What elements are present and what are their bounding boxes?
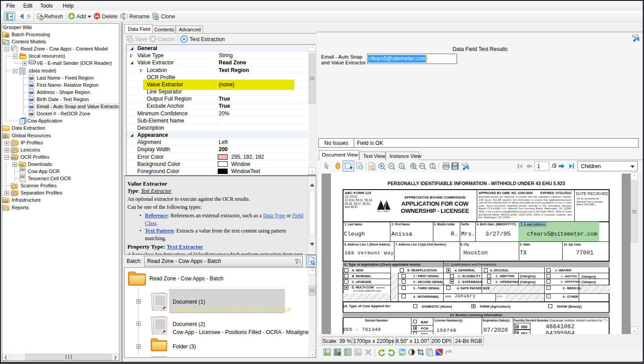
svg-text:ABC: ABC bbox=[20, 164, 24, 166]
svg-text:ABC COMPANY: ABC COMPANY bbox=[378, 211, 390, 212]
svg-text:ABC: ABC bbox=[12, 157, 16, 159]
svg-text:1: 1 bbox=[401, 164, 403, 168]
